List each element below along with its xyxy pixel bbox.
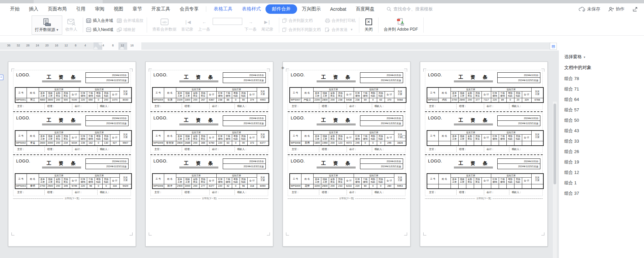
recipients-button[interactable]: 收件人	[63, 15, 80, 35]
ribbon-tab[interactable]: 页面布局	[43, 4, 71, 14]
prev-record-button[interactable]: ← 上一条	[196, 15, 213, 35]
header-cell: 合·计	[247, 177, 257, 184]
header-cell: 应扣工资	[491, 174, 531, 177]
header-cell: 考勤 扣款	[506, 134, 514, 141]
merge-to-new-doc-button[interactable]: 合并到新文档	[282, 16, 321, 25]
salary-cell	[481, 184, 491, 189]
slip-issue-date: 2024年11月5日发放	[360, 121, 403, 126]
object-item[interactable]: 组合 19	[559, 157, 644, 167]
slip-date-box: 2024年10月份 2024年11月5日发放	[223, 158, 266, 169]
last-record-button[interactable]: ▶❘ 尾记录	[259, 15, 276, 35]
document-tab[interactable]	[34, 0, 103, 3]
header-cell: 全勤 奖金	[329, 91, 336, 98]
salary-cell: 200	[191, 141, 199, 146]
ribbon-tab[interactable]: 开始	[5, 4, 24, 14]
field-mapping-button[interactable]: 域映射	[117, 26, 144, 34]
document-page[interactable]: LOGO. 工 资 条 2024年10月份 2024年11月5日发放 工·号 姓…	[283, 62, 410, 247]
view-merged-data-button[interactable]: ‹ab› 查看合并数据	[150, 15, 179, 35]
object-item[interactable]: 组合 43	[559, 125, 644, 136]
ribbon-tab[interactable]: 会员专享	[175, 4, 203, 14]
ribbon-tab[interactable]: 章节	[128, 4, 147, 14]
signature-row: 主管： 经理： 会计： 领款人：	[289, 147, 404, 152]
prev-record-icon: ←	[202, 17, 206, 27]
document-page[interactable]: LOGO. 工 资 条 2024年10月份 2024年11月5日发放 工·号 姓…	[8, 62, 136, 247]
slip-issue-date: 2024年11月5日发放	[86, 121, 128, 126]
merge-send-button[interactable]: 合并发送▼	[325, 26, 356, 34]
object-item[interactable]: 组合 50	[559, 115, 644, 125]
table-move-handle[interactable]: ✛	[281, 66, 284, 70]
document-page[interactable]: LOGO. 工 资 条 2024年10月份 2024年11月5日发放 工·号 姓…	[145, 62, 273, 247]
object-item[interactable]: 组合 12	[559, 167, 644, 178]
ribbon-context-tab[interactable]: 表格样式	[237, 4, 265, 14]
ribbon-tab[interactable]: 开发工具	[147, 4, 175, 14]
document-page[interactable]: LOGO. 工 资 条 2024年10月份 2024年11月5日发放 工·号 姓…	[420, 62, 548, 247]
header-cell: 实发 工资	[257, 131, 269, 141]
command-search[interactable]: 查找命令、搜索模板	[387, 6, 433, 12]
object-item[interactable]: 组合 33	[559, 136, 644, 146]
signature-label: 领款人：	[372, 147, 404, 152]
header-cell: 其他 奖金	[336, 177, 344, 184]
header-cell: 合·计	[522, 134, 531, 141]
salary-cell: 0	[102, 184, 110, 189]
ribbon-tab[interactable]: 视图	[109, 4, 128, 14]
selection-pane-title[interactable]: 选择窗格 ▾	[559, 50, 644, 61]
header-cell: 绩效 工资	[321, 134, 329, 141]
object-item[interactable]: 组合 37	[559, 188, 644, 198]
object-item[interactable]: 组合 26	[559, 146, 644, 157]
save-status[interactable]: 未保存	[579, 6, 600, 12]
close-merge-button[interactable]: ✕ 关闭	[362, 15, 375, 35]
object-item[interactable]: 组合 64	[559, 94, 644, 105]
insert-next-field-button[interactable]: 插入Next域	[86, 26, 113, 34]
object-item[interactable]: 组合 57	[559, 105, 644, 115]
ribbon-tab[interactable]: Acrobat	[325, 5, 351, 13]
ruler-number: 12	[121, 44, 124, 47]
signature-label: 领款人：	[235, 147, 266, 152]
signature-label: 经理：	[319, 147, 347, 152]
object-item[interactable]: 组合 71	[559, 84, 644, 94]
header-cell: 工·号	[15, 174, 27, 184]
scrollbar-thumb[interactable]	[553, 104, 556, 184]
merge-to-diff-new-doc-button[interactable]: 合并到不同新文档	[282, 26, 321, 34]
ribbon-tab[interactable]: 百度网盘	[351, 4, 379, 14]
salary-cell: 0	[232, 184, 240, 189]
header-cell: 社保 缴纳	[354, 134, 361, 141]
crop-mark	[423, 232, 426, 235]
merge-to-adobe-pdf-button[interactable]: 合并到 Adobe PDF	[382, 15, 420, 35]
ribbon-context-tab[interactable]: 表格工具	[209, 4, 237, 14]
object-item[interactable]: 组合 78	[559, 73, 644, 84]
header-cell: 实发 工资	[531, 174, 543, 184]
collaborate-button[interactable]: 协作	[608, 6, 624, 12]
ribbon-tab-active[interactable]: 邮件合并	[265, 4, 297, 14]
collaborate-label: 协作	[616, 6, 624, 12]
ribbon-tab[interactable]: 插入	[24, 4, 43, 14]
left-edge-widget[interactable]: ≡	[0, 75, 3, 80]
header-cell: 实发 工资	[394, 87, 406, 98]
share-icon[interactable]	[633, 7, 638, 12]
pane-toggle-button[interactable]: ▤	[550, 43, 557, 50]
salary-cell: 0	[377, 184, 385, 189]
merge-field-shading-button[interactable]: 合并域底纹	[117, 16, 144, 25]
emp-id-cell: WPS010	[427, 98, 438, 103]
slip-issue-date: 2024年11月5日发放	[223, 164, 265, 169]
ribbon-tab[interactable]: 审阅	[90, 4, 109, 14]
first-record-button[interactable]: ❘◀ 首记录	[179, 15, 196, 35]
object-item[interactable]: 组合 1	[559, 178, 644, 188]
merge-to-printer-button[interactable]: 合并到打印机	[325, 16, 356, 25]
table-resize-handle[interactable]	[402, 135, 405, 138]
salary-cell: 162	[87, 141, 95, 146]
ribbon-tab[interactable]: 引用	[71, 4, 90, 14]
document-canvas[interactable]: LOGO. 工 资 条 2024年10月份 2024年11月5日发放 工·号 姓…	[0, 50, 559, 258]
salary-cell: 0	[232, 141, 240, 146]
signature-label: 会计：	[484, 190, 509, 195]
record-number-input[interactable]	[213, 18, 242, 25]
signature-label: 主管：	[427, 191, 456, 194]
vertical-scrollbar[interactable]	[553, 102, 557, 258]
open-datasource-button[interactable]: 打开数据源▼	[32, 15, 62, 35]
emp-id-cell: WPS008	[290, 141, 301, 146]
header-cell: 社保 缴纳	[79, 91, 87, 98]
insert-merge-field-button[interactable]: 插入合并域	[86, 16, 113, 25]
slip-title: 工 资 条	[317, 74, 356, 82]
ribbon-tab[interactable]: 万兴图示	[297, 4, 325, 14]
next-record-button[interactable]: → 下一条	[242, 15, 259, 35]
salary-cell: 0	[377, 141, 385, 146]
